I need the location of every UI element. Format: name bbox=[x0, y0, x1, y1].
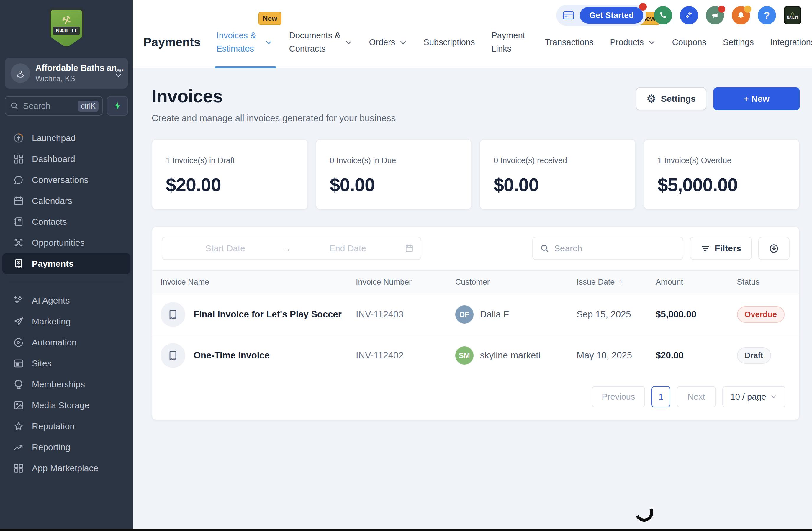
sidebar-item-sites[interactable]: Sites bbox=[0, 353, 133, 374]
sidebar-item-app-marketplace[interactable]: App Marketplace bbox=[0, 458, 133, 478]
announcements-button[interactable] bbox=[706, 6, 724, 25]
sidebar-item-calendars[interactable]: Calendars bbox=[0, 190, 133, 211]
top-navigation: Payments Invoices & Estimates New Docume… bbox=[133, 0, 812, 69]
help-button[interactable]: ? bbox=[758, 6, 776, 25]
avatar-initials: SM bbox=[459, 351, 470, 360]
column-status[interactable]: Status bbox=[737, 278, 799, 287]
filters-button[interactable]: Filters bbox=[690, 237, 752, 260]
get-started-pill[interactable]: Get Started bbox=[556, 5, 646, 26]
sidebar-item-reporting[interactable]: Reporting bbox=[0, 437, 133, 458]
sidebar-item-label: Memberships bbox=[32, 379, 85, 389]
new-badge: New bbox=[259, 12, 281, 25]
tab-label: Coupons bbox=[672, 36, 706, 49]
sidebar-item-dashboard[interactable]: Dashboard bbox=[0, 148, 133, 169]
tab-documents-contracts[interactable]: Documents & Contracts bbox=[289, 16, 352, 68]
get-started-button[interactable]: Get Started bbox=[580, 7, 643, 24]
sidebar-item-contacts[interactable]: Contacts bbox=[0, 211, 133, 232]
paper-plane-icon bbox=[13, 316, 24, 327]
stat-label: 0 Invoice(s) received bbox=[494, 156, 622, 165]
contacts-icon bbox=[13, 216, 24, 227]
column-issue-date[interactable]: Issue Date ↑ bbox=[577, 277, 656, 287]
sidebar-item-conversations[interactable]: Conversations bbox=[0, 169, 133, 190]
sidebar-item-marketing[interactable]: Marketing bbox=[0, 311, 133, 332]
column-invoice-name[interactable]: Invoice Name bbox=[160, 278, 356, 287]
invoice-amount: $20.00 bbox=[656, 350, 684, 360]
page-size-value: 10 / page bbox=[730, 392, 766, 402]
sidebar-item-reputation[interactable]: Reputation bbox=[0, 416, 133, 437]
stat-card-overdue: 1 Invoice(s) Overdue $5,000.00 bbox=[643, 139, 800, 210]
page-size-select[interactable]: 10 / page bbox=[722, 386, 785, 408]
customer-name: skyline marketi bbox=[480, 350, 540, 361]
column-label: Status bbox=[737, 278, 760, 286]
sidebar-item-media-storage[interactable]: Media Storage bbox=[0, 395, 133, 416]
tab-payment-links[interactable]: Payment Links bbox=[491, 16, 528, 68]
sidebar-search-input[interactable]: Search ctrlK bbox=[5, 96, 103, 116]
next-page-button[interactable]: Next bbox=[677, 386, 716, 408]
chevron-down-icon bbox=[648, 41, 656, 45]
sidebar-item-ai-agents[interactable]: AI Agents bbox=[0, 290, 133, 311]
sidebar-item-label: App Marketplace bbox=[32, 463, 98, 473]
page-number-button[interactable]: 1 bbox=[652, 386, 670, 408]
account-collapse-icon[interactable] bbox=[115, 69, 122, 78]
svg-text:$: $ bbox=[17, 260, 20, 265]
sidebar-item-automation[interactable]: Automation bbox=[0, 332, 133, 353]
sort-ascending-icon[interactable]: ↑ bbox=[619, 277, 623, 287]
badge-rosette-icon bbox=[13, 379, 24, 390]
main-area: Payments Invoices & Estimates New Docume… bbox=[133, 0, 812, 531]
brand-name: NAIL IT bbox=[53, 27, 79, 35]
header-actions: Get Started ? ⌂ NAIL IT bbox=[556, 5, 801, 26]
sidebar-item-label: Launchpad bbox=[32, 133, 75, 143]
tab-label: Transactions bbox=[545, 36, 593, 49]
column-invoice-number[interactable]: Invoice Number bbox=[356, 278, 455, 287]
column-amount[interactable]: Amount bbox=[656, 278, 737, 287]
invoice-settings-button[interactable]: ⚙ Settings bbox=[636, 87, 706, 110]
column-customer[interactable]: Customer bbox=[455, 278, 577, 287]
phone-icon bbox=[658, 11, 667, 20]
account-switcher[interactable]: Affordable Baths an... Wichita, KS bbox=[5, 58, 128, 89]
start-date-input[interactable]: Start Date bbox=[169, 244, 282, 253]
bell-icon bbox=[737, 11, 745, 20]
status-badge: Draft bbox=[737, 347, 771, 364]
sidebar-item-opportunities[interactable]: Opportunities bbox=[0, 232, 133, 253]
new-button-label: + New bbox=[743, 94, 769, 104]
column-label: Invoice Number bbox=[356, 278, 411, 286]
invoice-row[interactable]: One-Time Invoice INV-112402 SM skyline m… bbox=[152, 335, 799, 375]
sidebar-item-label: Opportunities bbox=[32, 238, 84, 248]
end-date-input[interactable]: End Date bbox=[291, 244, 404, 253]
sidebar-item-launchpad[interactable]: Launchpad bbox=[0, 128, 133, 148]
chevron-down-icon bbox=[345, 41, 352, 45]
date-range-picker[interactable]: Start Date → End Date bbox=[162, 237, 421, 260]
table-pagination: Previous 1 Next 10 / page bbox=[152, 375, 799, 420]
sidebar-item-label: Media Storage bbox=[32, 400, 89, 410]
phone-button[interactable] bbox=[654, 6, 672, 25]
invoice-row[interactable]: Final Invoice for Let's Play Soccer INV-… bbox=[152, 294, 799, 335]
account-location: Wichita, KS bbox=[35, 74, 109, 83]
ai-assistant-button[interactable] bbox=[680, 6, 698, 25]
sidebar-item-memberships[interactable]: Memberships bbox=[0, 374, 133, 395]
megaphone-icon bbox=[710, 11, 719, 20]
quick-actions-button[interactable] bbox=[107, 96, 128, 116]
tab-subscriptions[interactable]: Subscriptions bbox=[423, 16, 475, 68]
account-name: Affordable Baths an... bbox=[35, 63, 124, 73]
sidebar-item-label: Reporting bbox=[32, 442, 70, 452]
calendar-icon bbox=[404, 244, 414, 253]
previous-page-button[interactable]: Previous bbox=[592, 386, 645, 408]
module-title: Payments bbox=[143, 35, 201, 49]
sidebar: ⚒ NAIL IT Affordable Baths an... Wichita… bbox=[0, 0, 133, 531]
new-invoice-button[interactable]: + New bbox=[713, 87, 800, 110]
tab-label: Orders bbox=[369, 36, 395, 49]
sidebar-item-payments[interactable]: $ Payments bbox=[2, 253, 130, 274]
tab-invoices-estimates[interactable]: Invoices & Estimates New bbox=[217, 16, 273, 68]
notifications-button[interactable] bbox=[732, 6, 750, 25]
table-search-input[interactable]: Search bbox=[532, 237, 683, 260]
sparkles-icon bbox=[684, 11, 693, 20]
tab-orders[interactable]: Orders bbox=[369, 16, 407, 68]
hammer-icon: ⚒ bbox=[60, 13, 73, 27]
invoices-table-card: Start Date → End Date Search Filters bbox=[152, 226, 800, 421]
dashboard-icon bbox=[13, 153, 24, 165]
sidebar-item-label: Dashboard bbox=[32, 154, 75, 164]
export-download-button[interactable] bbox=[758, 237, 789, 260]
sidebar-item-label: Conversations bbox=[32, 175, 88, 185]
sidebar-item-label: Sites bbox=[32, 358, 52, 368]
profile-avatar[interactable]: ⌂ NAIL IT bbox=[784, 6, 801, 25]
